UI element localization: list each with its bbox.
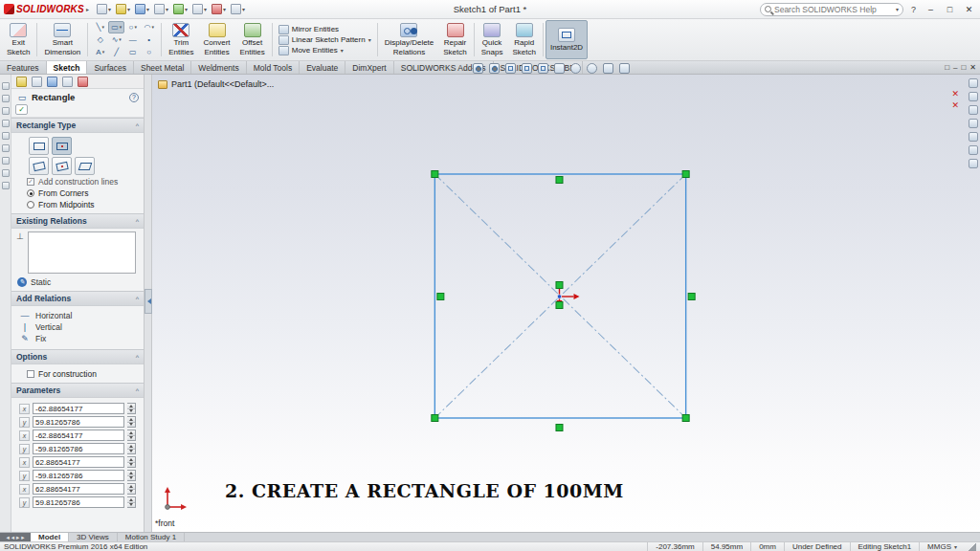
sketch-canvas[interactable] bbox=[152, 75, 980, 532]
for-construction-checkbox[interactable] bbox=[27, 370, 34, 378]
tab-sheet-metal[interactable]: Sheet Metal bbox=[134, 61, 191, 74]
print-button[interactable]: ▾ bbox=[153, 3, 169, 15]
task-pane-appearances-icon[interactable] bbox=[969, 132, 978, 142]
center-rectangle-button[interactable] bbox=[52, 137, 72, 155]
tab-motion-study-1[interactable]: Motion Study 1 bbox=[118, 533, 185, 541]
doc-minimize-icon[interactable]: – bbox=[953, 63, 957, 72]
doc-restore-icon[interactable]: □ bbox=[945, 63, 949, 72]
tab-evaluate[interactable]: Evaluate bbox=[300, 61, 345, 74]
collapse-panel-arrow[interactable] bbox=[145, 289, 152, 314]
side-toolbar-icon[interactable] bbox=[2, 169, 10, 177]
arc-tool-button[interactable]: ◠▾ bbox=[141, 21, 157, 33]
confirm-cancel-icon[interactable]: ✕ bbox=[951, 101, 959, 110]
exit-sketch-button[interactable]: Exit Sketch bbox=[2, 20, 34, 59]
doc-maximize-icon[interactable]: □ bbox=[961, 63, 966, 72]
coordinate-input[interactable]: -62.88654177 bbox=[33, 403, 124, 414]
tab-scroll-controls[interactable]: ◂ ◂ ▸ ▸ bbox=[0, 533, 31, 541]
save-button[interactable]: ▾ bbox=[134, 3, 150, 15]
smart-dimension-button[interactable]: Smart Dimension bbox=[39, 20, 85, 59]
panel-splitter[interactable] bbox=[145, 75, 152, 532]
zoom-fit-icon[interactable] bbox=[473, 63, 483, 74]
horizontal-relation-button[interactable]: — Horizontal bbox=[19, 311, 140, 320]
search-input[interactable] bbox=[774, 5, 893, 14]
spinner[interactable] bbox=[127, 470, 136, 481]
window-minimize-button[interactable]: – bbox=[924, 5, 938, 14]
from-corners-radio[interactable] bbox=[27, 189, 34, 197]
graphics-viewport[interactable]: Part1 (Default<<Default>... bbox=[152, 75, 980, 532]
task-pane-view-palette-icon[interactable] bbox=[969, 119, 978, 128]
repair-sketch-button[interactable]: Repair Sketch bbox=[438, 20, 471, 59]
rapid-sketch-button[interactable]: Rapid Sketch bbox=[507, 20, 540, 59]
previous-view-icon[interactable] bbox=[505, 63, 516, 74]
ok-button[interactable]: ✓ bbox=[15, 104, 28, 115]
select-button[interactable]: ▾ bbox=[191, 3, 208, 15]
property-manager-tab-icon[interactable] bbox=[16, 77, 27, 87]
fillet-tool-button[interactable]: ○ bbox=[141, 46, 157, 58]
quick-snaps-button[interactable]: Quick Snaps bbox=[477, 20, 508, 59]
offset-entities-button[interactable]: Offset Entities bbox=[235, 20, 270, 59]
spinner[interactable] bbox=[127, 496, 136, 508]
task-pane-file-explorer-icon[interactable] bbox=[969, 105, 978, 115]
tab-surfaces[interactable]: Surfaces bbox=[87, 61, 134, 74]
polygon-tool-button[interactable]: ◇ bbox=[92, 33, 108, 46]
feature-tree-tab-icon[interactable] bbox=[32, 77, 42, 87]
from-corners-option[interactable]: From Corners bbox=[27, 188, 140, 198]
task-pane-custom-properties-icon[interactable] bbox=[969, 159, 978, 168]
convert-entities-button[interactable]: Convert Entities bbox=[199, 20, 235, 59]
text-tool-button[interactable]: A▾ bbox=[92, 46, 108, 58]
mirror-entities-button[interactable]: Mirror Entities bbox=[277, 25, 373, 34]
ellipse-tool-button[interactable]: ▭ bbox=[124, 46, 141, 58]
tab-dimxpert[interactable]: DimXpert bbox=[345, 61, 393, 74]
task-pane-resources-icon[interactable] bbox=[969, 78, 978, 88]
instant2d-button[interactable]: Instant2D bbox=[546, 20, 588, 59]
resize-grip[interactable] bbox=[969, 543, 976, 551]
tab-scroll-left-icon[interactable]: ◂ bbox=[11, 534, 14, 541]
from-midpoints-radio[interactable] bbox=[27, 201, 34, 209]
spinner[interactable] bbox=[127, 430, 136, 441]
spinner[interactable] bbox=[127, 456, 136, 468]
tab-scroll-left-icon[interactable]: ◂ bbox=[6, 534, 9, 541]
point-tool-button[interactable]: • bbox=[141, 33, 157, 46]
open-button[interactable]: ▾ bbox=[115, 3, 131, 15]
spinner[interactable] bbox=[127, 416, 136, 428]
side-toolbar-icon[interactable] bbox=[2, 107, 10, 115]
task-pane-scenes-icon[interactable] bbox=[969, 145, 978, 155]
units-selector[interactable]: MMGS ▾ bbox=[919, 542, 965, 551]
tab-weldments[interactable]: Weldments bbox=[191, 61, 246, 74]
tab-features[interactable]: Features bbox=[0, 61, 47, 74]
panel-help-icon[interactable]: ? bbox=[129, 93, 139, 102]
spline-tool-button[interactable]: ∿▾ bbox=[108, 33, 124, 46]
tab-sketch[interactable]: Sketch bbox=[47, 61, 88, 74]
window-close-button[interactable]: ✕ bbox=[962, 5, 976, 14]
spinner[interactable] bbox=[127, 483, 136, 495]
side-toolbar-icon[interactable] bbox=[2, 82, 10, 90]
options-button[interactable]: ▾ bbox=[230, 3, 246, 15]
linear-sketch-pattern-button[interactable]: Linear Sketch Pattern▾ bbox=[277, 35, 373, 45]
existing-relations-list[interactable] bbox=[28, 231, 136, 274]
spinner[interactable] bbox=[127, 403, 136, 414]
tab-3d-views[interactable]: 3D Views bbox=[69, 533, 118, 541]
display-delete-relations-button[interactable]: Display/Delete Relations bbox=[380, 20, 439, 59]
rectangle-type-section-header[interactable]: Rectangle Type ^ bbox=[11, 118, 144, 133]
new-button[interactable]: ▾ bbox=[96, 3, 112, 15]
coordinate-input[interactable]: -62.88654177 bbox=[33, 430, 124, 441]
coordinate-input[interactable]: 62.88654177 bbox=[33, 483, 124, 495]
task-pane-design-library-icon[interactable] bbox=[969, 92, 978, 101]
tab-scroll-right-icon[interactable]: ▸ bbox=[16, 534, 19, 541]
fix-relation-button[interactable]: ✎ Fix bbox=[19, 334, 140, 343]
help-search-box[interactable]: ▾ bbox=[760, 3, 903, 16]
add-construction-lines-option[interactable]: ✓ Add construction lines bbox=[27, 177, 140, 187]
appearances-tab-icon[interactable] bbox=[78, 77, 88, 87]
vertical-relation-button[interactable]: | Vertical bbox=[19, 322, 140, 332]
add-relations-section-header[interactable]: Add Relations ^ bbox=[11, 291, 144, 306]
coordinate-input[interactable]: 59.81265786 bbox=[33, 416, 124, 428]
side-toolbar-icon[interactable] bbox=[2, 120, 10, 127]
coordinate-input[interactable]: 62.88654177 bbox=[33, 456, 124, 468]
zoom-area-icon[interactable] bbox=[489, 63, 500, 74]
search-dropdown-icon[interactable]: ▾ bbox=[896, 7, 899, 12]
line-tool-button[interactable]: ╲▾ bbox=[92, 21, 108, 33]
side-toolbar-icon[interactable] bbox=[2, 157, 10, 165]
confirm-exit-icon[interactable]: ✕ bbox=[951, 90, 959, 99]
edit-appearance-icon[interactable] bbox=[587, 63, 597, 74]
hide-show-items-icon[interactable] bbox=[570, 63, 581, 74]
